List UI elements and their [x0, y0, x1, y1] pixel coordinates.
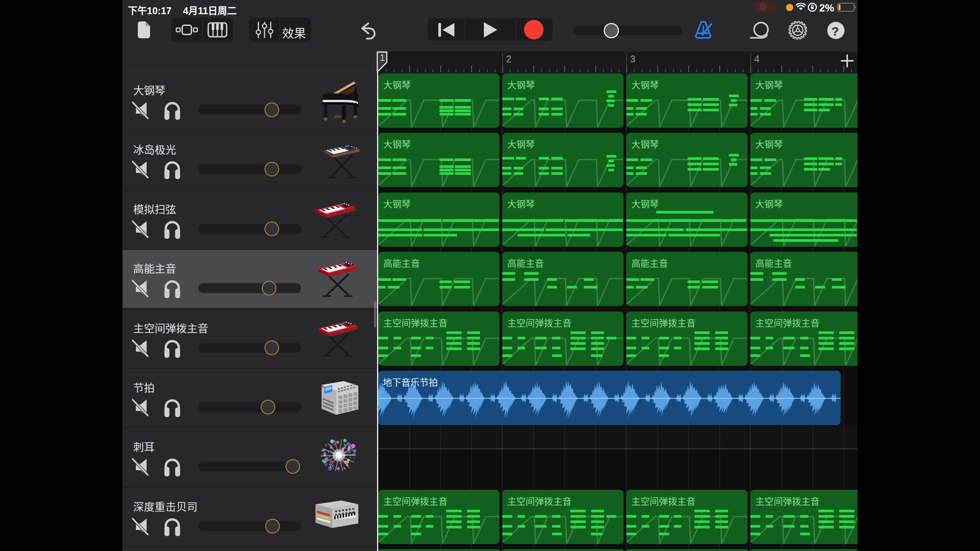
svg-text:1: 1	[380, 53, 385, 63]
